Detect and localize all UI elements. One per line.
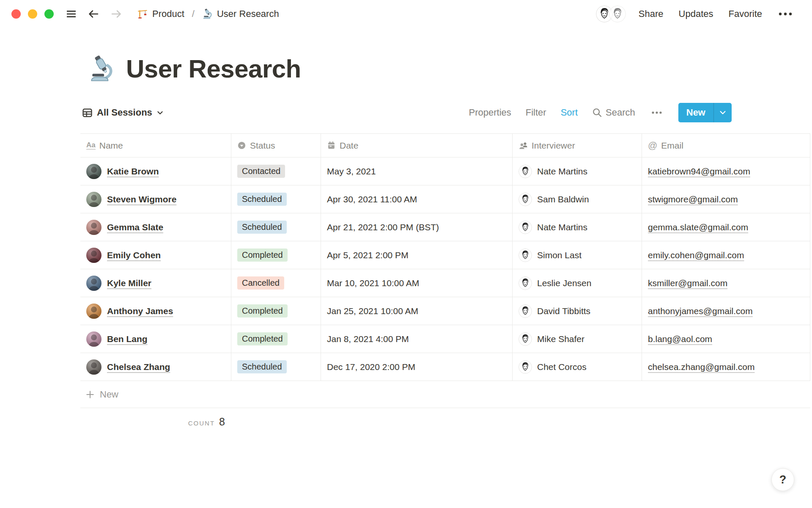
new-dropdown-button[interactable]: [714, 103, 732, 122]
view-more-button[interactable]: [650, 109, 664, 116]
email-cell[interactable]: b.lang@aol.com: [642, 325, 810, 353]
arrow-left-icon: [87, 8, 100, 20]
breadcrumb-item-user-research[interactable]: User Research: [200, 7, 282, 21]
search-button[interactable]: Search: [592, 107, 635, 118]
maximize-window-button[interactable]: [44, 9, 54, 19]
name-cell[interactable]: Gemma Slate: [80, 213, 231, 241]
person-sketch-icon: [518, 193, 532, 206]
email-cell[interactable]: anthonyjames@gmail.com: [642, 297, 810, 325]
avatar: [86, 220, 102, 235]
help-button[interactable]: ?: [771, 468, 794, 491]
date-cell[interactable]: Jan 8, 2021 4:00 PM: [321, 325, 513, 353]
new-row-button[interactable]: New: [80, 381, 810, 408]
status-cell[interactable]: Cancelled: [231, 269, 321, 297]
name-cell[interactable]: Chelsea Zhang: [80, 353, 231, 381]
status-cell[interactable]: Completed: [231, 325, 321, 353]
avatar: [86, 192, 102, 207]
email-link[interactable]: b.lang@aol.com: [648, 334, 712, 344]
filter-button[interactable]: Filter: [526, 107, 546, 118]
date-cell[interactable]: Apr 5, 2021 2:00 PM: [321, 241, 513, 269]
collaborator-avatar: [609, 6, 626, 22]
sort-button[interactable]: Sort: [561, 107, 578, 118]
interviewer-cell[interactable]: David Tibbitts: [513, 297, 642, 325]
interviewer-cell[interactable]: Mike Shafer: [513, 325, 642, 353]
date-cell[interactable]: Mar 10, 2021 10:00 AM: [321, 269, 513, 297]
email-link[interactable]: ksmiller@gmail.com: [648, 278, 727, 288]
column-header-status[interactable]: Status: [231, 134, 321, 157]
page-link[interactable]: Katie Brown: [107, 166, 159, 177]
interviewer-cell[interactable]: Chet Corcos: [513, 353, 642, 381]
name-cell[interactable]: Steven Wigmore: [80, 185, 231, 213]
count-aggregate[interactable]: COUNT8: [80, 416, 231, 428]
interviewer-cell[interactable]: Nate Martins: [513, 157, 642, 185]
email-link[interactable]: chelsea.zhang@gmail.com: [648, 362, 754, 372]
column-header-name[interactable]: Aa Name: [80, 134, 231, 157]
new-button[interactable]: New: [678, 103, 713, 122]
microscope-page-icon[interactable]: [88, 55, 116, 83]
share-button[interactable]: Share: [639, 8, 664, 19]
table-row: Kyle Miller Cancelled Mar 10, 2021 10:00…: [80, 269, 810, 297]
column-header-interviewer[interactable]: Interviewer: [513, 134, 642, 157]
name-cell[interactable]: Katie Brown: [80, 157, 231, 185]
column-header-email[interactable]: @ Email: [642, 134, 810, 157]
collaborator-avatars[interactable]: [596, 6, 626, 22]
page-link[interactable]: Gemma Slate: [107, 222, 163, 232]
page-link[interactable]: Steven Wigmore: [107, 194, 176, 204]
table-row: Anthony James Completed Jan 25, 2021 10:…: [80, 297, 810, 325]
minimize-window-button[interactable]: [28, 9, 37, 19]
email-cell[interactable]: emily.cohen@gmail.com: [642, 241, 810, 269]
page-link[interactable]: Chelsea Zhang: [107, 362, 170, 372]
date-cell[interactable]: Apr 21, 2021 2:00 PM (BST): [321, 213, 513, 241]
view-selector[interactable]: All Sessions: [80, 105, 165, 121]
column-header-date[interactable]: Date: [321, 134, 513, 157]
date-cell[interactable]: Jan 25, 2021 10:00 AM: [321, 297, 513, 325]
interviewer-cell[interactable]: Simon Last: [513, 241, 642, 269]
email-cell[interactable]: chelsea.zhang@gmail.com: [642, 353, 810, 381]
page-link[interactable]: Kyle Miller: [107, 278, 151, 288]
plus-icon: [85, 390, 95, 399]
name-cell[interactable]: Kyle Miller: [80, 269, 231, 297]
interviewer-cell[interactable]: Leslie Jensen: [513, 269, 642, 297]
forward-button[interactable]: [108, 6, 125, 22]
date-cell[interactable]: Dec 17, 2020 2:00 PM: [321, 353, 513, 381]
email-link[interactable]: stwigmore@gmail.com: [648, 194, 738, 204]
breadcrumb-item-product[interactable]: Product: [135, 7, 187, 21]
status-cell[interactable]: Completed: [231, 297, 321, 325]
more-options-button[interactable]: [776, 9, 794, 19]
close-window-button[interactable]: [11, 9, 21, 19]
interviewer-cell[interactable]: Nate Martins: [513, 213, 642, 241]
status-cell[interactable]: Scheduled: [231, 185, 321, 213]
status-cell[interactable]: Scheduled: [231, 353, 321, 381]
name-cell[interactable]: Ben Lang: [80, 325, 231, 353]
sidebar-toggle-button[interactable]: [63, 6, 79, 22]
email-cell[interactable]: katiebrown94@gmail.com: [642, 157, 810, 185]
name-cell[interactable]: Emily Cohen: [80, 241, 231, 269]
chevron-down-icon: [156, 109, 164, 116]
status-cell[interactable]: Scheduled: [231, 213, 321, 241]
interviewer-cell[interactable]: Sam Baldwin: [513, 185, 642, 213]
email-cell[interactable]: ksmiller@gmail.com: [642, 269, 810, 297]
email-link[interactable]: anthonyjames@gmail.com: [648, 306, 753, 316]
page-title[interactable]: User Research: [126, 54, 301, 83]
email-cell[interactable]: stwigmore@gmail.com: [642, 185, 810, 213]
properties-button[interactable]: Properties: [469, 107, 511, 118]
table-header-row: Aa Name Status Date: [80, 133, 810, 157]
name-cell[interactable]: Anthony James: [80, 297, 231, 325]
date-cell[interactable]: May 3, 2021: [321, 157, 513, 185]
page-link[interactable]: Emily Cohen: [107, 250, 161, 260]
email-link[interactable]: katiebrown94@gmail.com: [648, 166, 750, 177]
date-cell[interactable]: Apr 30, 2021 11:00 AM: [321, 185, 513, 213]
page-link[interactable]: Ben Lang: [107, 334, 148, 344]
email-link[interactable]: emily.cohen@gmail.com: [648, 250, 744, 260]
email-cell[interactable]: gemma.slate@gmail.com: [642, 213, 810, 241]
favorite-button[interactable]: Favorite: [729, 8, 762, 19]
status-cell[interactable]: Completed: [231, 241, 321, 269]
table-row: Emily Cohen Completed Apr 5, 2021 2:00 P…: [80, 241, 810, 269]
page-link[interactable]: Anthony James: [107, 306, 173, 316]
status-cell[interactable]: Contacted: [231, 157, 321, 185]
email-link[interactable]: gemma.slate@gmail.com: [648, 222, 748, 232]
interviewer-avatar: [518, 360, 532, 374]
updates-button[interactable]: Updates: [679, 8, 713, 19]
microscope-icon: [202, 8, 213, 19]
back-button[interactable]: [85, 6, 102, 22]
